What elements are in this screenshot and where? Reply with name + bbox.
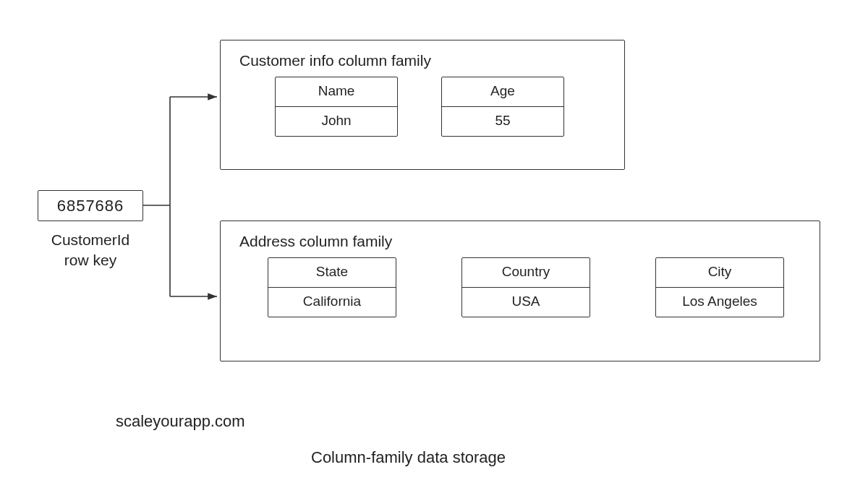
column-name: City [656,258,783,288]
column-name: Age [442,77,563,107]
column-name: State [268,258,396,288]
rowkey-label-line1: CustomerId [35,230,146,250]
column-family-title: Address column family [239,233,802,250]
rowkey-value: 6857686 [57,197,124,215]
rowkey-box: 6857686 [38,190,143,221]
column-name: Name [276,77,397,107]
column-cell: Age 55 [441,77,564,137]
diagram-canvas: 6857686 CustomerId row key Customer info… [0,0,868,488]
diagram-caption: Column-family data storage [311,448,506,467]
columns-row: State California Country USA City Los An… [268,257,805,317]
column-cell: Name John [275,77,398,137]
column-value: 55 [442,107,563,136]
column-value: John [276,107,397,136]
column-cell: Country USA [461,257,590,317]
rowkey-label-line2: row key [35,250,146,270]
column-name: Country [462,258,590,288]
columns-row: Name John Age 55 [275,77,610,137]
column-value: Los Angeles [656,288,783,317]
column-cell: City Los Angeles [655,257,784,317]
column-value: California [268,288,396,317]
column-value: USA [462,288,590,317]
column-family-address: Address column family State California C… [220,221,820,361]
column-family-customer-info: Customer info column family Name John Ag… [220,40,625,170]
attribution-text: scaleyourapp.com [116,412,245,431]
column-family-title: Customer info column family [239,52,607,69]
rowkey-label: CustomerId row key [35,230,146,271]
column-cell: State California [268,257,396,317]
